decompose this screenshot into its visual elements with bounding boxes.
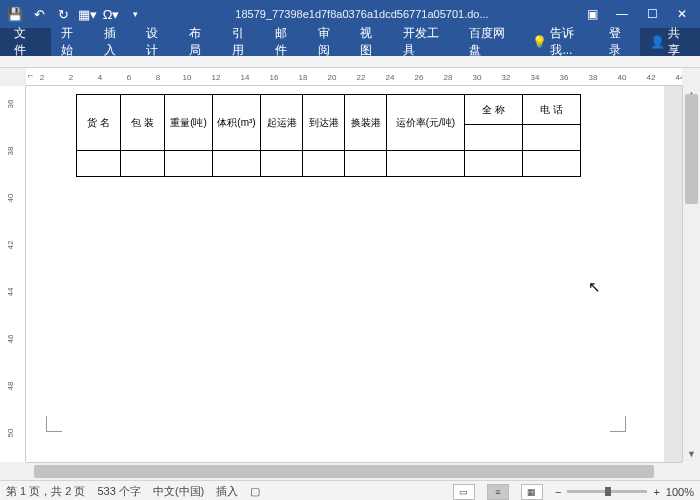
table-cell[interactable] bbox=[261, 151, 303, 177]
table-cell[interactable] bbox=[77, 151, 121, 177]
zoom-control: − + 100% bbox=[555, 486, 694, 498]
save-icon[interactable]: 💾 bbox=[4, 3, 26, 25]
symbol-icon[interactable]: Ω▾ bbox=[100, 3, 122, 25]
share-icon: 👤 bbox=[650, 35, 665, 49]
view-read-icon[interactable]: ▭ bbox=[453, 484, 475, 500]
zoom-level[interactable]: 100% bbox=[666, 486, 694, 498]
quick-access-toolbar: 💾 ↶ ↻ ▦▾ Ω▾ ▾ bbox=[4, 3, 146, 25]
table-row[interactable]: 货 名 包 装 重量(吨) 体积(m³) 起运港 到达港 换装港 运价率(元/吨… bbox=[77, 95, 581, 125]
view-web-icon[interactable]: ▦ bbox=[521, 484, 543, 500]
page-corner-bl bbox=[46, 416, 62, 432]
login-button[interactable]: 登录 bbox=[601, 28, 640, 56]
document-table[interactable]: 货 名 包 装 重量(吨) 体积(m³) 起运港 到达港 换装港 运价率(元/吨… bbox=[76, 94, 581, 177]
tab-view[interactable]: 视图 bbox=[350, 28, 393, 56]
maximize-icon[interactable]: ☐ bbox=[638, 3, 666, 25]
tab-home[interactable]: 开始 bbox=[51, 28, 94, 56]
tab-references[interactable]: 引用 bbox=[222, 28, 265, 56]
ribbon-options-icon[interactable]: ▣ bbox=[578, 3, 606, 25]
table-row[interactable] bbox=[77, 151, 581, 177]
view-print-icon[interactable]: ≡ bbox=[487, 484, 509, 500]
page-count[interactable]: 第 1 页，共 2 页 bbox=[6, 484, 85, 499]
insert-mode[interactable]: 插入 bbox=[216, 484, 238, 499]
table-cell[interactable] bbox=[465, 151, 523, 177]
scroll-thumb[interactable] bbox=[685, 94, 698, 204]
share-label: 共享 bbox=[668, 25, 690, 59]
table-cell[interactable] bbox=[523, 125, 581, 151]
tab-insert[interactable]: 插入 bbox=[94, 28, 137, 56]
work-area: 3638404244464850 货 名 包 装 重量(吨) 体积(m³) 起运… bbox=[0, 86, 700, 462]
table-cell[interactable] bbox=[465, 125, 523, 151]
document-canvas[interactable]: 货 名 包 装 重量(吨) 体积(m³) 起运港 到达港 换装港 运价率(元/吨… bbox=[26, 86, 664, 462]
table-cell[interactable] bbox=[165, 151, 213, 177]
ribbon-tabs: 文件 开始 插入 设计 布局 引用 邮件 审阅 视图 开发工具 百度网盘 💡告诉… bbox=[0, 28, 700, 56]
window-controls: ▣ — ☐ ✕ bbox=[578, 3, 696, 25]
tellme-button[interactable]: 💡告诉我... bbox=[524, 28, 601, 56]
tellme-label: 告诉我... bbox=[550, 25, 593, 59]
table-cell[interactable] bbox=[345, 151, 387, 177]
zoom-slider[interactable] bbox=[567, 490, 647, 493]
zoom-out-icon[interactable]: − bbox=[555, 486, 561, 498]
table-cell[interactable] bbox=[213, 151, 261, 177]
tab-baidu[interactable]: 百度网盘 bbox=[459, 28, 525, 56]
table-header-cell[interactable]: 重量(吨) bbox=[165, 95, 213, 151]
tab-review[interactable]: 审阅 bbox=[308, 28, 351, 56]
table-header-cell[interactable]: 包 装 bbox=[121, 95, 165, 151]
scroll-down-icon[interactable]: ▼ bbox=[683, 446, 700, 462]
status-bar: 第 1 页，共 2 页 533 个字 中文(中国) 插入 ▢ ▭ ≡ ▦ − +… bbox=[0, 480, 700, 500]
close-icon[interactable]: ✕ bbox=[668, 3, 696, 25]
zoom-knob[interactable] bbox=[605, 487, 611, 496]
qat-more-icon[interactable]: ▾ bbox=[124, 3, 146, 25]
horizontal-ruler[interactable]: ⌐ 22468101214161820222426283032343638404… bbox=[26, 68, 682, 86]
tab-mailings[interactable]: 邮件 bbox=[265, 28, 308, 56]
table-header-cell[interactable]: 全 称 bbox=[465, 95, 523, 125]
tab-layout[interactable]: 布局 bbox=[179, 28, 222, 56]
table-header-cell[interactable]: 起运港 bbox=[261, 95, 303, 151]
document-title: 18579_77398e1d7f8a0376a1dcd56771a05701.d… bbox=[146, 8, 578, 20]
tab-design[interactable]: 设计 bbox=[136, 28, 179, 56]
horizontal-scrollbar[interactable] bbox=[26, 462, 682, 480]
page-corner-br bbox=[610, 416, 626, 432]
tab-stop-icon[interactable]: ⌐ bbox=[28, 70, 33, 80]
hscroll-thumb[interactable] bbox=[34, 465, 654, 478]
table-cell[interactable] bbox=[387, 151, 465, 177]
minimize-icon[interactable]: — bbox=[608, 3, 636, 25]
table-header-cell[interactable]: 运价率(元/吨) bbox=[387, 95, 465, 151]
word-count[interactable]: 533 个字 bbox=[97, 484, 140, 499]
tab-file[interactable]: 文件 bbox=[0, 28, 51, 56]
share-button[interactable]: 👤共享 bbox=[640, 28, 700, 56]
table-icon[interactable]: ▦▾ bbox=[76, 3, 98, 25]
tab-developer[interactable]: 开发工具 bbox=[393, 28, 459, 56]
table-header-cell[interactable]: 体积(m³) bbox=[213, 95, 261, 151]
redo-icon[interactable]: ↻ bbox=[52, 3, 74, 25]
table-cell[interactable] bbox=[523, 151, 581, 177]
language[interactable]: 中文(中国) bbox=[153, 484, 204, 499]
undo-icon[interactable]: ↶ bbox=[28, 3, 50, 25]
macro-icon[interactable]: ▢ bbox=[250, 485, 260, 498]
table-header-cell[interactable]: 电 话 bbox=[523, 95, 581, 125]
vertical-scrollbar[interactable]: ▲ ▼ bbox=[682, 86, 700, 462]
table-header-cell[interactable]: 到达港 bbox=[303, 95, 345, 151]
zoom-in-icon[interactable]: + bbox=[653, 486, 659, 498]
table-cell[interactable] bbox=[121, 151, 165, 177]
vertical-ruler[interactable]: 3638404244464850 bbox=[0, 86, 26, 462]
titlebar: 💾 ↶ ↻ ▦▾ Ω▾ ▾ 18579_77398e1d7f8a0376a1dc… bbox=[0, 0, 700, 28]
table-header-cell[interactable]: 换装港 bbox=[345, 95, 387, 151]
page: 货 名 包 装 重量(吨) 体积(m³) 起运港 到达港 换装港 运价率(元/吨… bbox=[36, 86, 654, 462]
table-cell[interactable] bbox=[303, 151, 345, 177]
table-header-cell[interactable]: 货 名 bbox=[77, 95, 121, 151]
